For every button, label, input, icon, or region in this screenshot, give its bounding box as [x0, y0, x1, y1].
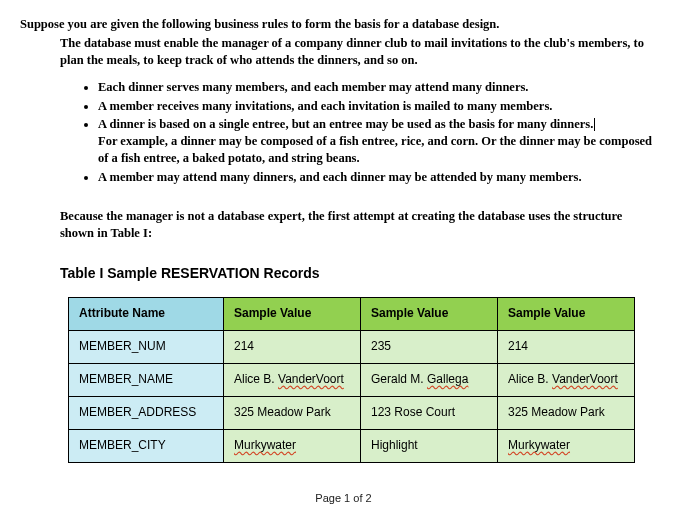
header-sample-value-1: Sample Value — [224, 297, 361, 330]
cell-sample-value: Murkywater — [224, 429, 361, 462]
header-attribute-name: Attribute Name — [69, 297, 224, 330]
header-sample-value-2: Sample Value — [361, 297, 498, 330]
cell-sample-value: 325 Meadow Park — [224, 396, 361, 429]
cell-sample-value: Highlight — [361, 429, 498, 462]
table-title: Table I Sample RESERVATION Records — [60, 264, 657, 283]
page-footer: Page 1 of 2 — [0, 491, 687, 506]
cell-sample-value: 123 Rose Court — [361, 396, 498, 429]
cell-sample-value: 235 — [361, 330, 498, 363]
cell-sample-value: 214 — [224, 330, 361, 363]
cell-sample-value: 214 — [498, 330, 635, 363]
explanation-paragraph: Because the manager is not a database ex… — [60, 208, 640, 242]
cell-sample-value: Murkywater — [498, 429, 635, 462]
rule-item: A member may attend many dinners, and ea… — [98, 169, 657, 186]
text-cursor — [594, 118, 595, 131]
cell-sample-value: Gerald M. Gallega — [361, 363, 498, 396]
heading-main: Suppose you are given the following busi… — [20, 16, 657, 33]
table-row: MEMBER_NUM 214 235 214 — [69, 330, 635, 363]
rules-list: Each dinner serves many members, and eac… — [20, 79, 657, 186]
rule-item: A dinner is based on a single entree, bu… — [98, 116, 657, 167]
cell-attr: MEMBER_ADDRESS — [69, 396, 224, 429]
cell-sample-value: Alice B. VanderVoort — [498, 363, 635, 396]
rule-item-continuation: For example, a dinner may be composed of… — [98, 133, 657, 167]
reservation-table: Attribute Name Sample Value Sample Value… — [68, 297, 635, 463]
rule-item-text: A dinner is based on a single entree, bu… — [98, 117, 593, 131]
heading-block: Suppose you are given the following busi… — [20, 16, 657, 69]
header-sample-value-3: Sample Value — [498, 297, 635, 330]
rule-item: Each dinner serves many members, and eac… — [98, 79, 657, 96]
table-row: MEMBER_CITY Murkywater Highlight Murkywa… — [69, 429, 635, 462]
cell-sample-value: Alice B. VanderVoort — [224, 363, 361, 396]
table-header-row: Attribute Name Sample Value Sample Value… — [69, 297, 635, 330]
cell-attr: MEMBER_NUM — [69, 330, 224, 363]
rule-item: A member receives many invitations, and … — [98, 98, 657, 115]
cell-sample-value: 325 Meadow Park — [498, 396, 635, 429]
table-row: MEMBER_ADDRESS 325 Meadow Park 123 Rose … — [69, 396, 635, 429]
table-row: MEMBER_NAME Alice B. VanderVoort Gerald … — [69, 363, 635, 396]
heading-sub: The database must enable the manager of … — [60, 35, 657, 69]
cell-attr: MEMBER_CITY — [69, 429, 224, 462]
page: Suppose you are given the following busi… — [0, 0, 687, 463]
cell-attr: MEMBER_NAME — [69, 363, 224, 396]
